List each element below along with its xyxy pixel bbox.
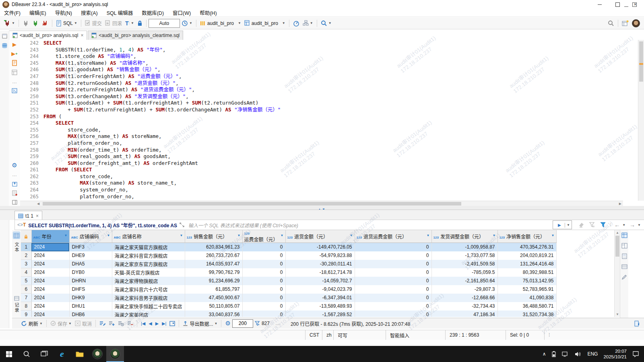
filter-icon[interactable] bbox=[600, 222, 606, 228]
column-filter-icon[interactable]: ▼ bbox=[281, 234, 284, 237]
cell[interactable]: -29,807.3 bbox=[431, 285, 497, 294]
cell[interactable]: 99,790,762.79 bbox=[185, 268, 242, 277]
cell[interactable]: 0 bbox=[355, 302, 431, 311]
panel-calculator-icon[interactable] bbox=[621, 253, 627, 259]
cell[interactable]: 2024 bbox=[31, 277, 69, 285]
dashboard-button[interactable] bbox=[292, 19, 300, 28]
row-number[interactable]: 6 bbox=[21, 285, 31, 294]
delete-row-button[interactable] bbox=[126, 319, 134, 328]
rollback-button[interactable]: 回滚 bbox=[104, 19, 123, 28]
cell[interactable]: 2024 bbox=[31, 294, 69, 302]
cell[interactable]: -1,009,958.87 bbox=[431, 243, 497, 251]
cell[interactable]: -18,612,714.78 bbox=[285, 268, 355, 277]
close-tab-icon[interactable]: × bbox=[80, 33, 83, 38]
cell[interactable]: 164,035,937.47 bbox=[185, 260, 242, 268]
cell[interactable]: 海澜之家抖音六十六号店 bbox=[112, 285, 185, 294]
column-header[interactable]: 123退货金额（元）▼ bbox=[285, 230, 355, 243]
export-data-button[interactable]: 导出数据...▼ bbox=[182, 319, 218, 328]
cell[interactable]: 620,834,961.23 bbox=[185, 243, 242, 251]
previous-row-button[interactable]: ◀ bbox=[149, 321, 152, 326]
history-forward-icon[interactable]: → bbox=[630, 222, 635, 228]
menu-item[interactable]: 帮助(H) bbox=[200, 9, 217, 16]
row-number[interactable]: 3 bbox=[21, 260, 31, 268]
text-view-tab[interactable]: 文本 bbox=[13, 242, 20, 253]
cell[interactable]: 0 bbox=[355, 285, 431, 294]
cell[interactable]: 海澜之家天猫官方旗舰店 bbox=[112, 243, 185, 251]
row-number[interactable]: 4 bbox=[21, 268, 31, 277]
input-language[interactable]: ENG bbox=[587, 351, 598, 357]
column-header[interactable]: ABC店铺名称▼ bbox=[112, 230, 185, 243]
cell[interactable]: 47,186.34 bbox=[431, 311, 497, 317]
cell[interactable]: -1,567,289.52 bbox=[285, 311, 355, 317]
cell[interactable]: 2024 bbox=[31, 268, 69, 277]
result-query-text[interactable]: SELECT SUBSTR(t1.orderTime, 1, 4) AS "年份… bbox=[28, 222, 177, 228]
column-filter-icon[interactable]: ▼ bbox=[427, 234, 430, 237]
cell[interactable]: 2024 bbox=[31, 251, 69, 260]
cell[interactable]: -54,979,823.88 bbox=[285, 251, 355, 260]
commit-button[interactable]: 提交 bbox=[84, 19, 103, 28]
battery-icon[interactable] bbox=[551, 351, 556, 357]
tray-expand-icon[interactable]: ∧ bbox=[543, 351, 546, 357]
column-header[interactable]: 123净销售金额（元）▼ bbox=[497, 230, 556, 243]
network-tray-icon[interactable] bbox=[562, 351, 569, 357]
cell[interactable]: 海澜之家京东官方旗舰店 bbox=[112, 260, 185, 268]
refresh-button[interactable]: 刷新▼ bbox=[20, 319, 43, 328]
duplicate-row-button[interactable] bbox=[117, 319, 125, 328]
cell[interactable]: 0 bbox=[355, 294, 431, 302]
column-header[interactable]: ABC店铺编码▼ bbox=[69, 230, 112, 243]
cancel-button[interactable]: 取消 bbox=[74, 319, 93, 328]
action-center-icon[interactable] bbox=[632, 351, 639, 357]
volume-icon[interactable] bbox=[575, 351, 582, 357]
row-count-button[interactable]: 827 bbox=[254, 319, 270, 328]
cell[interactable]: 2024 bbox=[31, 260, 69, 268]
first-row-button[interactable]: |◀ bbox=[141, 321, 145, 326]
menu-item[interactable]: 文件(F) bbox=[4, 9, 21, 16]
row-number[interactable]: 5 bbox=[21, 277, 31, 285]
cell[interactable]: -785,059.5 bbox=[431, 268, 497, 277]
refresh-panel-icon[interactable] bbox=[634, 321, 640, 327]
autocommit-select[interactable]: Auto bbox=[149, 19, 180, 28]
apply-filter-combo[interactable]: ▶|▼ bbox=[553, 220, 572, 229]
cell[interactable]: DHF3 bbox=[69, 243, 112, 251]
disconnect-button[interactable] bbox=[41, 19, 49, 28]
schema-select[interactable]: audit_bi_pro▼ bbox=[244, 19, 286, 28]
filter-expand-icon[interactable] bbox=[180, 222, 184, 227]
more-actions-icon[interactable]: … bbox=[9, 77, 20, 86]
cell[interactable]: 31,520,734.38 bbox=[497, 311, 556, 317]
editor-horizontal-scrollbar[interactable]: ◀▶ bbox=[20, 201, 623, 206]
cell[interactable]: 131,264,416.48 bbox=[497, 260, 556, 268]
open-in-console-button[interactable] bbox=[9, 86, 20, 95]
start-button[interactable] bbox=[0, 346, 18, 362]
cell[interactable]: 36,488,580.71 bbox=[497, 302, 556, 311]
cell[interactable]: 0 bbox=[355, 268, 431, 277]
cell[interactable]: 海澜之家抖音男子旗舰店 bbox=[112, 294, 185, 302]
cell[interactable]: DHE9 bbox=[69, 251, 112, 260]
cell[interactable]: 0 bbox=[242, 243, 285, 251]
database-select[interactable]: audit_bi_pro▼ bbox=[199, 19, 242, 28]
minimize-button[interactable] bbox=[591, 0, 609, 9]
cell[interactable]: 0 bbox=[242, 260, 285, 268]
lock-button[interactable] bbox=[136, 19, 143, 28]
cell[interactable]: -32,734.43 bbox=[431, 302, 497, 311]
cell[interactable]: 47,450,900.67 bbox=[185, 294, 242, 302]
cell[interactable]: 0 bbox=[242, 311, 285, 317]
grid-vertical-scrollbar[interactable]: ▲▼ bbox=[614, 230, 620, 317]
cell[interactable]: 海澜之家快手恒越二十四专卖店 bbox=[112, 302, 185, 311]
cell[interactable]: DYB0 bbox=[69, 268, 112, 277]
quick-search-icon[interactable] bbox=[607, 19, 615, 28]
row-number[interactable]: 2 bbox=[21, 251, 31, 260]
grid-settings-gear-icon[interactable]: ⚙ bbox=[224, 319, 231, 328]
cell[interactable]: 41,090,838 bbox=[497, 294, 556, 302]
cell[interactable]: 52,783,965.91 bbox=[497, 285, 556, 294]
column-header[interactable]: 123退货运费金额（元）▼ bbox=[355, 230, 431, 243]
fetch-size-input[interactable] bbox=[232, 319, 253, 328]
cell[interactable]: 33,040,837.56 bbox=[185, 311, 242, 317]
row-number[interactable]: 9 bbox=[21, 311, 31, 317]
cell[interactable]: 0 bbox=[355, 277, 431, 285]
menu-item[interactable]: 搜索(A) bbox=[81, 9, 98, 16]
cell[interactable]: -2,491,509.58 bbox=[431, 260, 497, 268]
taskbar-clock[interactable]: 20:07 2025/10/21 bbox=[603, 348, 627, 360]
panels-toggle-button[interactable] bbox=[9, 197, 20, 207]
cell[interactable]: -149,470,726.05 bbox=[285, 243, 355, 251]
record-view-tab[interactable]: 记录 bbox=[13, 302, 20, 313]
